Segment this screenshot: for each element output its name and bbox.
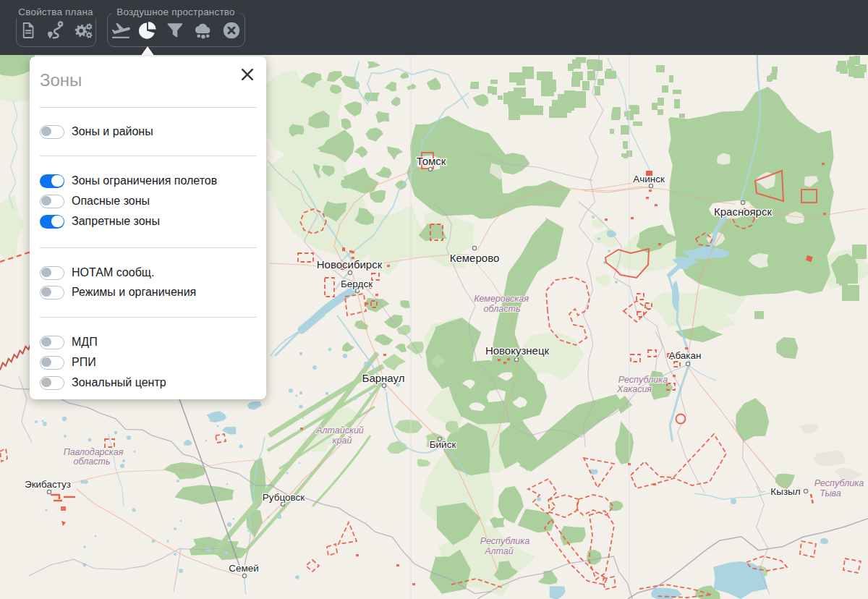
- svg-text:Новосибирск: Новосибирск: [317, 258, 383, 271]
- svg-text:Кемерово: Кемерово: [450, 252, 500, 264]
- svg-text:край: край: [333, 436, 352, 446]
- svg-text:Республика: Республика: [618, 375, 668, 385]
- svg-text:Красноярск: Красноярск: [714, 205, 773, 218]
- svg-text:Томск: Томск: [417, 155, 446, 167]
- svg-text:Новокузнецк: Новокузнецк: [485, 344, 550, 357]
- svg-text:область: область: [74, 456, 111, 467]
- svg-text:Бердск: Бердск: [341, 279, 373, 289]
- svg-text:Хакасия: Хакасия: [616, 384, 652, 394]
- svg-text:Семей: Семей: [229, 563, 259, 574]
- svg-text:Республика: Республика: [480, 536, 529, 546]
- svg-text:Тыва: Тыва: [820, 488, 841, 498]
- svg-text:Экибастуз: Экибастуз: [25, 479, 71, 490]
- svg-text:Бийск: Бийск: [430, 439, 456, 450]
- svg-text:Абакан: Абакан: [668, 350, 701, 361]
- svg-text:Алтайский: Алтайский: [315, 425, 364, 436]
- svg-text:Республика: Республика: [814, 478, 864, 488]
- svg-text:Кызыл: Кызыл: [770, 486, 800, 497]
- svg-text:Алтай: Алтай: [484, 546, 514, 556]
- svg-text:область: область: [484, 304, 521, 314]
- svg-text:Павлодарская: Павлодарская: [64, 447, 124, 457]
- svg-text:Рубцовск: Рубцовск: [263, 492, 305, 503]
- svg-text:Барнаул: Барнаул: [362, 372, 405, 384]
- svg-text:Кемеровская: Кемеровская: [474, 294, 529, 304]
- svg-text:Ачинск: Ачинск: [633, 174, 665, 184]
